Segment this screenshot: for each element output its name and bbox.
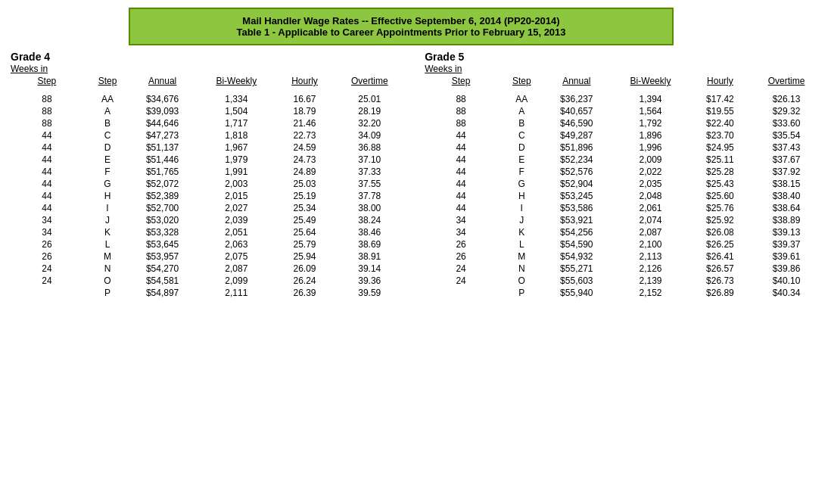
- g4-overtime: 39.14: [332, 263, 406, 275]
- g4-weeks: 44: [8, 142, 86, 154]
- g5-overtime: $33.60: [749, 117, 823, 129]
- g5-biweekly: 1,564: [610, 105, 691, 117]
- g4-hourly: 21.46: [277, 117, 333, 129]
- g5-biweekly: 2,074: [610, 214, 691, 226]
- g4-overtime: 38.46: [332, 226, 406, 238]
- g5-step: M: [500, 250, 543, 263]
- g4-biweekly: 2,099: [196, 275, 277, 287]
- g4-step: M: [86, 250, 129, 263]
- g4-annual: $52,700: [129, 202, 196, 214]
- g5-weeks: 26: [422, 250, 500, 263]
- g5-annual: $53,921: [543, 214, 610, 226]
- g4-hourly: 16.67: [277, 93, 333, 105]
- g5-hourly: $25.92: [691, 214, 749, 226]
- g5-step-col: Step: [500, 75, 543, 87]
- g4-annual: $39,093: [129, 105, 196, 117]
- g5-step: P: [500, 287, 543, 299]
- g4-step: F: [86, 166, 129, 178]
- g5-biweekly: 2,152: [610, 287, 691, 299]
- g5-biweekly: 2,087: [610, 226, 691, 238]
- g4-weeks: 44: [8, 154, 86, 166]
- g4-overtime: 36.88: [332, 142, 406, 154]
- g4-annual: $51,137: [129, 142, 196, 154]
- g5-overtime-col: Overtime: [749, 75, 823, 87]
- table-row: 44 G $52,072 2,003 25.03 37.55 44 G $52,…: [8, 178, 823, 190]
- g5-biweekly-col: Bi-Weekly: [610, 75, 691, 87]
- g4-step-sub: Step: [8, 75, 86, 87]
- g4-biweekly: 1,504: [196, 105, 277, 117]
- g4-annual-header: [129, 63, 196, 75]
- table-row: 24 O $54,581 2,099 26.24 39.36 24 O $55,…: [8, 275, 823, 287]
- g4-overtime: 32.20: [332, 117, 406, 129]
- g5-overtime: $40.34: [749, 287, 823, 299]
- g5-overtime: $37.43: [749, 142, 823, 154]
- g5-weeks: 44: [422, 202, 500, 214]
- g4-annual: $53,020: [129, 214, 196, 226]
- g5-annual-col: Annual: [543, 75, 610, 87]
- g5-hourly-header-top: [691, 63, 749, 75]
- g5-step: J: [500, 214, 543, 226]
- g5-hourly: $25.43: [691, 178, 749, 190]
- g4-overtime-col: Overtime: [332, 75, 406, 87]
- g4-biweekly: 1,979: [196, 154, 277, 166]
- g4-annual: $54,581: [129, 275, 196, 287]
- table-row: 44 I $52,700 2,027 25.34 38.00 44 I $53,…: [8, 202, 823, 214]
- g5-biweekly: 2,113: [610, 250, 691, 263]
- g4-step: A: [86, 105, 129, 117]
- g5-biweekly: 1,394: [610, 93, 691, 105]
- g4-weeks-header: Weeks in: [8, 63, 86, 75]
- g4-biweekly-header: [196, 63, 277, 75]
- g4-step: C: [86, 129, 129, 142]
- g5-hourly-col: Hourly: [691, 75, 749, 87]
- table-row: 88 B $44,646 1,717 21.46 32.20 88 B $46,…: [8, 117, 823, 129]
- g5-overtime: $38.64: [749, 202, 823, 214]
- g5-annual: $52,234: [543, 154, 610, 166]
- g5-hourly: $22.40: [691, 117, 749, 129]
- g5-weeks: 24: [422, 263, 500, 275]
- g5-step: N: [500, 263, 543, 275]
- g4-annual: $34,676: [129, 93, 196, 105]
- g5-overtime: $39.86: [749, 263, 823, 275]
- g4-overtime: 39.59: [332, 287, 406, 299]
- g4-biweekly: 2,075: [196, 250, 277, 263]
- g5-biweekly: 2,009: [610, 154, 691, 166]
- g4-step: J: [86, 214, 129, 226]
- g5-step: C: [500, 129, 543, 142]
- g4-step-col: Step: [86, 75, 129, 87]
- g5-annual: $55,940: [543, 287, 610, 299]
- g4-overtime: 25.01: [332, 93, 406, 105]
- g5-weeks: 34: [422, 226, 500, 238]
- g5-biweekly-header-top: [610, 63, 691, 75]
- g5-step-sub: Step: [422, 75, 500, 87]
- g4-step: L: [86, 238, 129, 250]
- g4-biweekly: 2,063: [196, 238, 277, 250]
- table-row: 34 J $53,020 2,039 25.49 38.24 34 J $53,…: [8, 214, 823, 226]
- g4-annual: $54,270: [129, 263, 196, 275]
- g4-step: K: [86, 226, 129, 238]
- g4-overtime: 39.36: [332, 275, 406, 287]
- g4-hourly: 24.73: [277, 154, 333, 166]
- grade5-label: Grade 5: [422, 50, 500, 63]
- g4-weeks: 44: [8, 190, 86, 202]
- g5-hourly: $24.95: [691, 142, 749, 154]
- g4-weeks: 88: [8, 93, 86, 105]
- g4-biweekly: 2,015: [196, 190, 277, 202]
- g5-annual: $54,256: [543, 226, 610, 238]
- g5-weeks: 44: [422, 166, 500, 178]
- g4-step-header: [86, 63, 129, 75]
- g5-biweekly: 2,061: [610, 202, 691, 214]
- g5-step: B: [500, 117, 543, 129]
- g4-hourly: 24.89: [277, 166, 333, 178]
- table-row: 44 D $51,137 1,967 24.59 36.88 44 D $51,…: [8, 142, 823, 154]
- g4-weeks: 88: [8, 117, 86, 129]
- g4-step: G: [86, 178, 129, 190]
- g4-weeks: 44: [8, 202, 86, 214]
- g5-overtime: $38.89: [749, 214, 823, 226]
- g5-overtime: $26.13: [749, 93, 823, 105]
- g5-overtime: $37.92: [749, 166, 823, 178]
- g4-hourly: 18.79: [277, 105, 333, 117]
- g5-step: A: [500, 105, 543, 117]
- g5-hourly: $26.57: [691, 263, 749, 275]
- g4-hourly: 26.09: [277, 263, 333, 275]
- g5-overtime: $29.32: [749, 105, 823, 117]
